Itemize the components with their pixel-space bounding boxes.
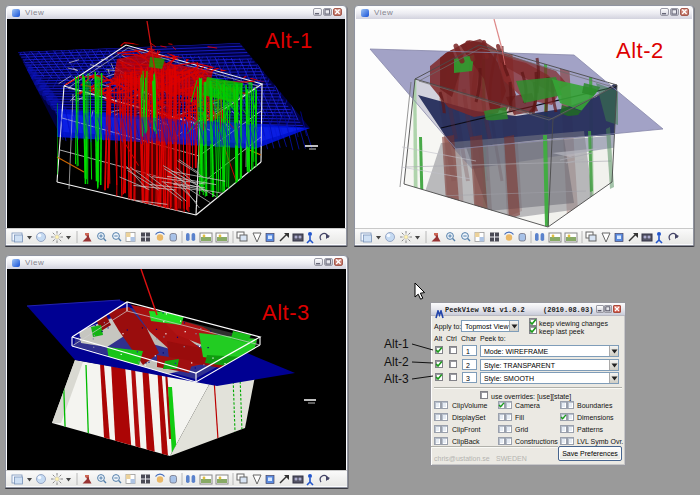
svg-text:Alt-2: Alt-2 — [616, 38, 664, 63]
svg-text:Alt-1: Alt-1 — [384, 337, 409, 351]
svg-text:Alt-3: Alt-3 — [384, 372, 409, 386]
svg-text:Alt-3: Alt-3 — [262, 300, 310, 325]
svg-text:Alt-2: Alt-2 — [384, 355, 409, 369]
svg-text:Alt-1: Alt-1 — [265, 28, 313, 53]
